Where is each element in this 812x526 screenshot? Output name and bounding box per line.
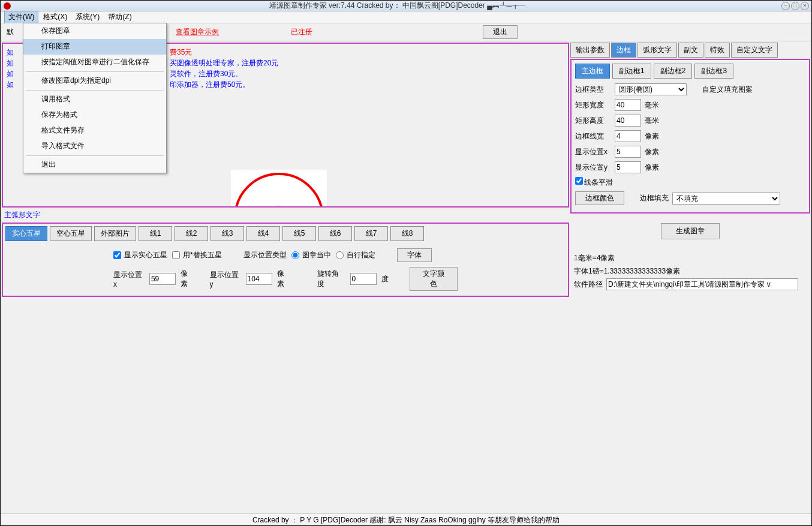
rtab-fx[interactable]: 特效 [705,43,730,58]
info-l4a: 如 [7,80,14,89]
seal-star-icon: ★ [267,203,290,208]
tab-hollow-star[interactable]: 空心五星 [50,226,92,241]
generate-button[interactable]: 生成图章 [661,223,720,239]
info-l2b: 买图像透明处理专家，注册费20元 [170,59,278,67]
tab-ext-image[interactable]: 外部图片 [94,226,136,241]
border-pos-y-input[interactable] [615,161,641,173]
close-button[interactable]: × [801,2,809,10]
bottom-panel: 实心五星 空心五星 外部图片 线1 线2 线3 线4 线5 线6 线7 线8 显… [2,223,569,297]
subtab-s2[interactable]: 副边框2 [654,64,693,79]
smooth-checkbox[interactable]: 线条平滑 [575,177,613,188]
dd-apply-format[interactable]: 调用格式 [23,92,166,107]
dd-print-stamp[interactable]: 打印图章 [23,39,166,55]
border-pos-x-input[interactable] [615,146,641,158]
info-l3b: 灵软件，注册费30元。 [170,70,242,78]
pos-y-input[interactable] [246,273,272,285]
info-l1a: 如 [7,48,14,56]
menu-help[interactable]: 帮助(Z) [104,11,135,23]
rtab-output[interactable]: 输出参数 [570,43,610,58]
right-column: 输出参数 边框 弧形文字 副文 特效 自定义文字 主边框 副边框1 副边框2 副… [570,43,810,297]
tab-line8[interactable]: 线8 [390,226,424,241]
use-star-replace-checkbox[interactable]: 用*替换五星 [172,250,222,260]
tab-line1[interactable]: 线1 [139,226,172,241]
dd-import-format[interactable]: 导入格式文件 [23,139,166,154]
info-l1b: 费35元 [170,48,192,56]
text-color-button[interactable]: 文字颜色 [410,267,458,291]
tab-line5[interactable]: 线5 [282,226,316,241]
app-icon [3,2,11,10]
pt-px-info: 字体1磅=1.33333333333333像素 [574,264,807,278]
seal-preview: ★ 1 2 3 4 5 6 7 8 9 0 [231,170,327,208]
dd-threshold-save[interactable]: 按指定阀值对图章进行二值化保存 [23,55,166,70]
pos-type-label: 显示位置类型 [243,250,287,260]
menu-format[interactable]: 格式(X) [40,11,71,23]
dd-exit[interactable]: 退出 [23,157,166,173]
info-lines: 1毫米=4像素 字体1磅=1.33333333333333像素 软件路径 [570,249,810,297]
exit-button[interactable]: 退出 [483,25,518,39]
app-window: 靖源图章制作专家 ver:7.44 Cracked by： 中国飘云阁[PDG]… [0,0,812,526]
window-title: 靖源图章制作专家 ver:7.44 Cracked by： 中国飘云阁[PDG]… [14,1,781,11]
pos-x-input[interactable] [149,273,176,285]
dd-separator [26,71,164,72]
menu-system[interactable]: 系统(Y) [72,11,103,23]
bottom-tab-row: 实心五星 空心五星 外部图片 线1 线2 线3 线4 线5 线6 线7 线8 [5,226,566,241]
maximize-button[interactable]: □ [791,2,799,10]
tab-line7[interactable]: 线7 [354,226,388,241]
mm-px-info: 1毫米=4像素 [574,251,807,264]
info-l4b: 印添加器，注册费50元。 [170,80,249,89]
bottom-tabs-label: 主弧形文字 [2,209,569,221]
dd-save-stamp[interactable]: 保存图章 [23,23,166,39]
show-solid-checkbox[interactable]: 显示实心五星 [113,250,167,260]
rotate-label: 旋转角度 [317,269,345,289]
dd-separator [26,90,164,91]
line-w-input[interactable] [615,130,641,142]
svg-point-0 [4,2,11,10]
info-l2a: 如 [7,59,14,67]
right-tabs: 输出参数 边框 弧形文字 副文 特效 自定义文字 [570,43,810,58]
border-fill-select[interactable]: 不填充 [672,193,780,205]
dd-format-saveas[interactable]: 格式文件另存 [23,123,166,139]
rtab-subtext[interactable]: 副文 [678,43,703,58]
subtab-main[interactable]: 主边框 [575,64,610,79]
dd-modify-dpi[interactable]: 修改图章dpi为指定dpi [23,73,166,89]
info-l3a: 如 [7,70,14,78]
rtab-arc-text[interactable]: 弧形文字 [637,43,677,58]
rotate-input[interactable] [350,273,377,285]
pos-custom-radio[interactable]: 自行指定 [336,250,375,260]
menubar: 文件(W) 格式(X) 系统(Y) 帮助(Z) [1,11,811,23]
dd-separator [26,155,164,156]
tab-line2[interactable]: 线2 [175,226,208,241]
tab-line6[interactable]: 线6 [318,226,352,241]
custom-fill-label[interactable]: 自定义填充图案 [702,85,753,95]
pos-y-label: 显示位置y [210,270,241,288]
tab-line3[interactable]: 线3 [210,226,244,241]
view-sample-link[interactable]: 查看图章示例 [176,27,219,37]
border-color-button[interactable]: 边框颜色 [575,191,624,205]
file-dropdown: 保存图章 打印图章 按指定阀值对图章进行二值化保存 修改图章dpi为指定dpi … [23,23,167,173]
pos-x-label: 显示位置x [113,270,145,288]
tab-line4[interactable]: 线4 [246,226,280,241]
titlebar: 靖源图章制作专家 ver:7.44 Cracked by： 中国飘云阁[PDG]… [1,1,811,11]
registered-label: 已注册 [291,27,312,37]
border-type-select[interactable]: 圆形(椭圆) [615,83,687,95]
rect-h-input[interactable] [615,115,641,127]
statusbar: Cracked by ： P Y G [PDG]Decoder 感谢: 飘云 N… [1,513,811,525]
rtab-custom[interactable]: 自定义文字 [731,43,778,58]
path-input[interactable] [606,278,798,290]
minimize-button[interactable]: – [781,2,790,10]
rect-w-input[interactable] [615,99,641,111]
tab-solid-star[interactable]: 实心五星 [5,226,47,241]
dd-save-as-format[interactable]: 保存为格式 [23,107,166,123]
border-panel: 主边框 副边框1 副边框2 副边框3 边框类型 圆形(椭圆) 自定义填充图案 矩… [570,59,810,214]
menu-file[interactable]: 文件(W) [4,10,38,24]
font-button[interactable]: 字体 [397,248,432,262]
toolbar-default[interactable]: 默 [7,27,14,37]
rtab-border[interactable]: 边框 [611,43,636,58]
subtab-s3[interactable]: 副边框3 [694,64,733,79]
pos-center-radio[interactable]: 图章当中 [291,250,331,260]
subtab-s1[interactable]: 副边框1 [612,64,651,79]
